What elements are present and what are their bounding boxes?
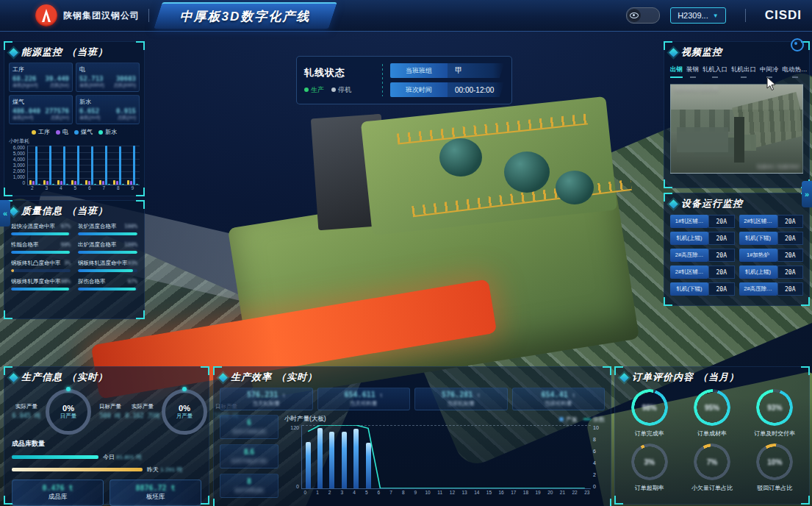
efficiency-side-stat: 8.6轧制节奏(分/块) bbox=[220, 444, 279, 468]
gauge-value: 7% bbox=[707, 458, 717, 466]
status-divider bbox=[382, 64, 383, 96]
y-tick: 5,000 bbox=[13, 152, 25, 156]
energy-unit-label: 单耗(kWh/t) bbox=[79, 82, 104, 89]
x-tick: 14 bbox=[470, 490, 483, 495]
energy-card: 工序68.22639.449单耗(kgce/t)总耗(tce) bbox=[9, 63, 73, 92]
gauge-label: 驳回订单占比 bbox=[757, 484, 792, 492]
company-logo-icon bbox=[35, 4, 57, 26]
quality-metric-grid: 超快冷温度命中率97%装炉温度合格率100%性能合格率99%出炉温度合格率100… bbox=[4, 220, 144, 293]
device-dropdown[interactable]: H2309... ▼ bbox=[670, 7, 726, 24]
stat-value: 8 bbox=[220, 477, 278, 485]
stat-label: 当天坯料量 bbox=[318, 400, 410, 407]
video-timestamp: 2023-09-11 13:02:45 bbox=[674, 87, 718, 92]
bar-电 bbox=[74, 181, 76, 185]
panel-title-shift: （当月） bbox=[698, 371, 739, 384]
progress-track bbox=[11, 269, 71, 272]
y-tick: 4 bbox=[593, 460, 596, 466]
hourly-chart-header: 小时产量(大板) 产量块数 bbox=[284, 415, 605, 424]
y-tick: 2 bbox=[593, 472, 596, 477]
bar-电 bbox=[32, 181, 35, 185]
quality-label-row: 钢板终轧凸度命中率3% bbox=[11, 260, 71, 267]
device-pair: 轧机(上辊)20A bbox=[670, 232, 735, 245]
energy-hour-chart: 小时单耗 6,0005,0004,0003,0002,0001,0000 234… bbox=[7, 138, 140, 190]
video-tab[interactable]: 电动热… bbox=[783, 64, 808, 79]
video-tab[interactable]: 出钢 bbox=[670, 64, 683, 79]
stat-label: 当班坯料量 bbox=[513, 400, 605, 407]
bar-column bbox=[423, 425, 434, 488]
bar-煤气 bbox=[63, 146, 65, 185]
header-divider bbox=[148, 9, 149, 22]
quality-label-row: 钢板终轧厚度命中率98% bbox=[11, 278, 71, 285]
bar-煤气 bbox=[91, 146, 93, 185]
bar-group bbox=[127, 146, 138, 185]
device-value: 20A bbox=[708, 282, 735, 296]
quality-label: 出炉温度合格率 bbox=[78, 241, 117, 249]
gauge-label: 订单完成率 bbox=[635, 430, 664, 438]
visibility-toggle[interactable] bbox=[626, 7, 660, 24]
diamond-icon bbox=[218, 373, 228, 382]
slab-yard-card: 8876.72 t 板坯库 bbox=[109, 480, 201, 506]
video-tab[interactable]: 轧机出口 bbox=[731, 64, 756, 79]
target-icon[interactable] bbox=[791, 38, 804, 51]
order-gauge: 3%订单超期率 bbox=[619, 443, 679, 492]
bar-column bbox=[314, 425, 326, 488]
energy-unit-label: 单耗(m³/t) bbox=[12, 115, 34, 121]
left-drawer-handle[interactable]: « bbox=[0, 200, 10, 227]
device-value: 20A bbox=[777, 232, 804, 245]
x-tick: 9 bbox=[131, 185, 134, 190]
cisdi-logo: CISDI bbox=[765, 8, 802, 23]
target-output-label: 目标产量 bbox=[99, 403, 121, 410]
device-value: 20A bbox=[708, 232, 735, 245]
bar-column bbox=[543, 425, 555, 488]
video-tab[interactable]: 装钢 bbox=[686, 64, 699, 79]
energy-card-units: 单耗(kWh/t)总耗(kWh) bbox=[79, 82, 136, 89]
y-tick: 1,000 bbox=[13, 175, 25, 179]
actual-output-daily: 实际产量 6.045 吨 bbox=[10, 403, 43, 421]
device-label-chip: 轧机(下辊) bbox=[670, 282, 708, 296]
legend-label: 煤气 bbox=[81, 128, 93, 136]
hour-bar bbox=[342, 432, 347, 488]
legend-item: 工序 bbox=[32, 128, 50, 136]
x-tick: 7 bbox=[385, 490, 398, 495]
energy-card-units: 单耗(m³/t)总耗(m³) bbox=[79, 115, 136, 121]
corner-bracket bbox=[664, 297, 672, 306]
x-tick: 13 bbox=[459, 490, 471, 495]
daily-output-ring: 0% 日产量 bbox=[46, 389, 91, 435]
rolling-status-title: 轧线状态 bbox=[304, 66, 375, 79]
legend-item: 煤气 bbox=[74, 128, 93, 136]
gauge-wrap: 10% bbox=[756, 443, 793, 480]
bar-电 bbox=[130, 181, 132, 185]
progress-fill bbox=[11, 232, 69, 235]
video-machinery bbox=[734, 117, 744, 163]
device-pair: 1#加热炉20A bbox=[739, 249, 804, 262]
x-tick: 7 bbox=[102, 185, 105, 190]
bar-煤气 bbox=[49, 146, 51, 185]
y-tick: 3,000 bbox=[13, 163, 25, 168]
panel-title: 质量信息 bbox=[21, 204, 62, 218]
right-drawer-handle[interactable]: » bbox=[802, 181, 812, 207]
corner-bracket bbox=[664, 179, 672, 188]
hourly-chart-title: 小时产量(大板) bbox=[284, 415, 326, 424]
energy-card-units: 单耗(m³/t)总耗(m³) bbox=[12, 115, 69, 121]
shift-team-row: 当班班组 甲 bbox=[390, 63, 504, 78]
shift-time-value: 00:00-12:00 bbox=[448, 82, 504, 97]
device-pair: 2#高压除…20A bbox=[670, 249, 735, 262]
panel-production-info: 生产信息 （实时） 实际产量 6.045 吨 0% 日产量 目标产量 500 吨 bbox=[4, 366, 209, 505]
efficiency-side-stats: 6当班过钢量(块)8.6轧制节奏(分/块)8在炉坯料(块) bbox=[220, 415, 279, 498]
energy-card: 煤气486.040277576单耗(m³/t)总耗(m³) bbox=[9, 95, 73, 124]
panel-energy-monitor: 能源监控 （当班） 工序68.22639.449单耗(kgce/t)总耗(tce… bbox=[4, 41, 145, 196]
energy-card-values: 68.22639.449 bbox=[12, 75, 69, 82]
bar-column bbox=[410, 425, 422, 488]
scene-cylinder bbox=[504, 152, 550, 193]
stat-label: 在炉坯料(块) bbox=[220, 487, 278, 494]
video-feed[interactable]: 2023-09-11 13:02:45 轧机出口 轧线方向2 bbox=[670, 84, 803, 174]
energy-card-name: 工序 bbox=[12, 65, 69, 74]
legend-label: 产量 bbox=[566, 416, 578, 424]
x-tick: 17 bbox=[507, 490, 520, 495]
energy-value: 39.449 bbox=[45, 75, 69, 82]
panel-title-row: 质量信息 （当班） bbox=[4, 201, 144, 220]
bar-column bbox=[531, 425, 542, 488]
quality-value: 99% bbox=[61, 241, 71, 248]
corner-bracket bbox=[201, 366, 209, 375]
video-tab[interactable]: 轧机入口 bbox=[703, 64, 727, 79]
